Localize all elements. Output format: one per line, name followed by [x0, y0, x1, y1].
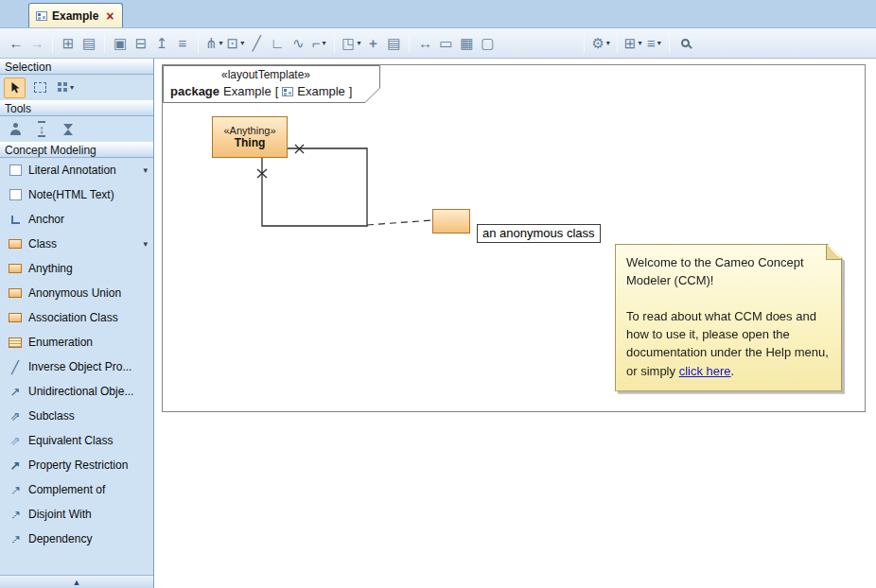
layers-button[interactable] — [172, 32, 193, 55]
marquee-select-button[interactable] — [29, 78, 51, 98]
layers-icon — [179, 36, 187, 50]
palette-item-literal-annotation[interactable]: Literal Annotation ▾ — [0, 158, 153, 182]
paste-button[interactable] — [131, 32, 151, 55]
open-diagram-icon — [82, 36, 96, 50]
complement-of-icon — [8, 483, 23, 497]
toolbar-separator — [617, 34, 618, 53]
palette-item-enumeration[interactable]: Enumeration — [0, 330, 153, 355]
palette-item-unidirectional-object-property[interactable]: Unidirectional Obje... — [0, 379, 153, 404]
palette-item-anonymous-union[interactable]: Anonymous Union — [0, 281, 153, 305]
dropdown-caret-icon: ▾ — [323, 39, 326, 47]
frame-stereotype: «layoutTemplate» — [163, 68, 369, 81]
distribute-tool-button[interactable] — [30, 119, 53, 140]
palette-item-class[interactable]: Class ▾ — [0, 232, 153, 256]
bent-path-button[interactable] — [288, 32, 308, 55]
diagram-frame-button[interactable] — [477, 32, 498, 55]
click-here-link[interactable]: click here — [679, 364, 731, 378]
diagram-properties-button[interactable]: ▾ — [643, 32, 664, 55]
frame-title: package Example [ Example ] — [170, 84, 352, 98]
align-shapes-icon — [439, 36, 452, 50]
tab-close-icon[interactable]: × — [106, 9, 114, 24]
palette-item-subclass[interactable]: Subclass — [0, 404, 153, 428]
section-header-tools[interactable]: Tools — [0, 100, 153, 116]
palette-item-anything[interactable]: Anything — [0, 256, 153, 281]
open-diagram-button[interactable] — [79, 32, 99, 55]
related-elements-button[interactable] — [58, 32, 79, 55]
thing-class-shape[interactable]: «Anything» Thing — [212, 116, 288, 158]
image-shape-icon — [460, 36, 473, 50]
display-related-elements-button[interactable]: ▾ — [203, 32, 225, 55]
tab-title: Example — [52, 9, 98, 23]
duration-tool-button[interactable] — [57, 119, 79, 140]
selection-tools-row: ▾ — [0, 75, 153, 100]
forward-button[interactable] — [26, 32, 47, 55]
class-icon — [8, 239, 23, 249]
anonymous-union-icon — [8, 288, 23, 298]
palette-item-disjoint-with[interactable]: Disjoint With — [0, 502, 153, 527]
palette-item-note-html-text[interactable]: Note(HTML Text) — [0, 182, 153, 207]
palette-item-complement-of[interactable]: Complement of — [0, 477, 153, 502]
add-element-button[interactable] — [362, 32, 383, 55]
paste-special-button[interactable] — [151, 32, 172, 55]
marquee-icon — [34, 82, 46, 93]
toolbar-separator — [52, 34, 53, 53]
pointer-tool-button[interactable] — [4, 78, 26, 98]
palette-item-equivalent-class[interactable]: Equivalent Class — [0, 428, 153, 453]
dropdown-caret-icon: ▾ — [219, 39, 223, 47]
section-header-concept-modeling[interactable]: Concept Modeling — [0, 142, 153, 158]
enumeration-icon — [8, 337, 23, 348]
palette-collapse-button[interactable]: ▲ — [0, 575, 153, 588]
rectilinear-path-button[interactable] — [267, 32, 288, 55]
image-shape-button[interactable] — [456, 32, 477, 55]
diagram-canvas[interactable]: «layoutTemplate» package Example [ Examp… — [154, 59, 876, 588]
zoom-search-button[interactable] — [675, 32, 695, 55]
equivalent-class-icon — [8, 434, 23, 448]
oblique-path-button[interactable] — [246, 32, 267, 55]
palette-item-association-class[interactable]: Association Class — [0, 305, 153, 330]
toolbar-separator — [334, 34, 335, 53]
add-element-icon — [369, 36, 377, 50]
thing-stereotype: «Anything» — [223, 125, 275, 136]
align-shapes-button[interactable] — [435, 32, 456, 55]
show-hide-button[interactable]: ▾ — [340, 32, 362, 55]
paste-special-icon — [156, 36, 168, 50]
section-header-selection[interactable]: Selection — [0, 59, 153, 75]
diagram-frame[interactable]: «layoutTemplate» package Example [ Examp… — [162, 64, 866, 412]
make-same-size-button[interactable] — [414, 32, 435, 55]
palette-item-anchor[interactable]: Anchor — [0, 207, 153, 232]
tab-example[interactable]: Example × — [28, 3, 123, 27]
back-button[interactable] — [6, 32, 26, 55]
diagram-icon — [36, 11, 47, 21]
dependency-icon — [8, 532, 23, 546]
dropdown-caret-icon[interactable]: ▾ — [143, 165, 148, 175]
palette-item-property-restriction[interactable]: Property Restriction — [0, 453, 153, 477]
main-toolbar: ▾ ▾ ▾ ▾ ▾ ▾ ▾ — [0, 28, 876, 59]
grid-select-icon — [58, 82, 68, 93]
layout-button[interactable]: ▾ — [622, 32, 644, 55]
welcome-note[interactable]: Welcome to the Cameo Concept Modeler (CC… — [615, 244, 842, 391]
tree-icon — [205, 36, 218, 50]
distribute-vertical-icon — [38, 121, 46, 137]
thing-name: Thing — [235, 136, 266, 149]
path-corner-button[interactable]: ▾ — [308, 32, 329, 55]
copy-button[interactable] — [110, 32, 131, 55]
make-same-size-icon — [418, 36, 432, 50]
diagram-options-button[interactable]: ▾ — [589, 32, 611, 55]
association-class-icon — [8, 313, 23, 322]
toolbar-separator — [104, 34, 105, 53]
search-icon — [681, 39, 690, 47]
element-group-button[interactable] — [383, 32, 404, 55]
anonymous-class-shape[interactable] — [432, 209, 470, 233]
diagram-frame-icon — [481, 36, 494, 50]
anonymous-class-label[interactable]: an anonymous class — [477, 224, 601, 243]
palette-item-dependency[interactable]: Dependency — [0, 527, 153, 551]
group-select-button[interactable]: ▾ — [55, 78, 77, 98]
element-group-icon — [387, 36, 400, 50]
toolbar-separator — [409, 34, 410, 53]
anything-icon — [8, 264, 23, 273]
actor-tool-button[interactable] — [4, 119, 26, 140]
dropdown-caret-icon[interactable]: ▾ — [143, 239, 148, 249]
palette-item-inverse-object-property[interactable]: Inverse Object Pro... — [0, 355, 153, 379]
display-paths-button[interactable]: ▾ — [225, 32, 247, 55]
app-window: Example × ▾ ▾ ▾ ▾ ▾ ▾ ▾ — [0, 0, 876, 588]
